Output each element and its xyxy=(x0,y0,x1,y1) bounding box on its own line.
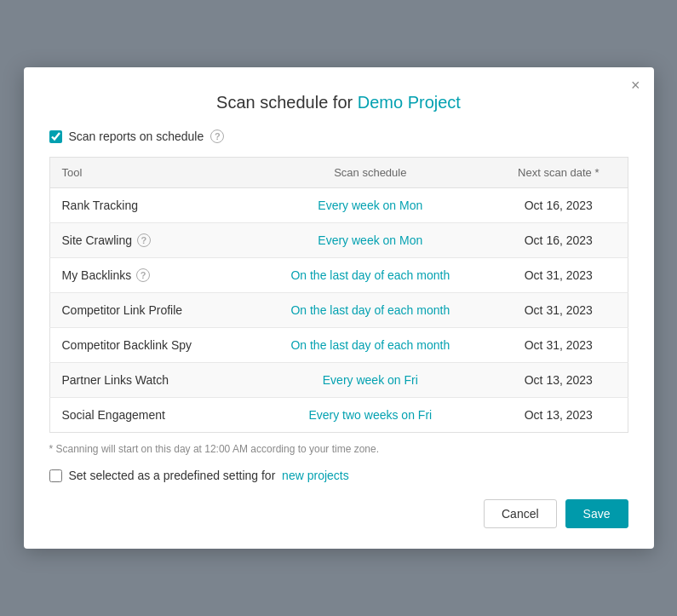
schedule-link[interactable]: Every week on Fri xyxy=(323,373,418,387)
next-date-cell: Oct 31, 2023 xyxy=(490,258,628,293)
col-tool: Tool xyxy=(49,158,251,188)
table-footnote: * Scanning will start on this day at 12:… xyxy=(49,443,628,455)
next-date-cell: Oct 31, 2023 xyxy=(490,293,628,328)
table-row: My Backlinks?On the last day of each mon… xyxy=(49,258,628,293)
predefined-checkbox[interactable] xyxy=(49,469,62,482)
schedule-cell[interactable]: On the last day of each month xyxy=(251,328,491,363)
schedule-cell[interactable]: On the last day of each month xyxy=(251,258,491,293)
schedule-link[interactable]: Every week on Mon xyxy=(318,233,422,247)
schedule-link[interactable]: Every two weeks on Fri xyxy=(308,408,432,422)
modal-footer: Cancel Save xyxy=(49,499,628,528)
tool-cell: My Backlinks? xyxy=(49,258,251,293)
schedule-cell[interactable]: Every week on Mon xyxy=(251,188,491,223)
close-button[interactable]: × xyxy=(631,78,640,93)
tool-cell: Rank Tracking xyxy=(49,188,251,223)
save-button[interactable]: Save xyxy=(565,499,628,528)
schedule-link[interactable]: On the last day of each month xyxy=(290,268,450,282)
table-row: Competitor Link ProfileOn the last day o… xyxy=(49,293,628,328)
table-header-row: Tool Scan schedule Next scan date * xyxy=(49,158,628,188)
tool-cell: Competitor Link Profile xyxy=(49,293,251,328)
tool-cell: Partner Links Watch xyxy=(49,363,251,398)
tool-cell: Site Crawling? xyxy=(49,223,251,258)
tool-help-icon[interactable]: ? xyxy=(136,268,150,282)
table-row: Rank TrackingEvery week on MonOct 16, 20… xyxy=(49,188,628,223)
schedule-cell[interactable]: Every week on Mon xyxy=(251,223,491,258)
scan-on-schedule-row: Scan reports on schedule ? xyxy=(49,130,628,143)
scan-schedule-label[interactable]: Scan reports on schedule xyxy=(69,130,204,143)
next-date-cell: Oct 16, 2023 xyxy=(490,223,628,258)
scan-schedule-checkbox[interactable] xyxy=(49,130,62,143)
table-row: Social EngagementEvery two weeks on FriO… xyxy=(49,398,628,433)
schedule-table: Tool Scan schedule Next scan date * Rank… xyxy=(49,157,628,433)
schedule-cell[interactable]: Every two weeks on Fri xyxy=(251,398,491,433)
project-name: Demo Project xyxy=(358,93,461,112)
predefined-highlight: new projects xyxy=(282,469,349,482)
tool-name: Site Crawling xyxy=(62,233,132,247)
schedule-cell[interactable]: On the last day of each month xyxy=(251,293,491,328)
next-date-cell: Oct 31, 2023 xyxy=(490,328,628,363)
tool-name: My Backlinks xyxy=(62,268,132,282)
tool-help-icon[interactable]: ? xyxy=(137,233,151,247)
schedule-link[interactable]: Every week on Mon xyxy=(318,199,422,212)
next-date-cell: Oct 13, 2023 xyxy=(490,398,628,433)
table-row: Partner Links WatchEvery week on FriOct … xyxy=(49,363,628,398)
scan-schedule-help-icon[interactable]: ? xyxy=(210,130,224,143)
next-date-cell: Oct 13, 2023 xyxy=(490,363,628,398)
predefined-setting-row: Set selected as a predefined setting for… xyxy=(49,469,628,482)
schedule-cell[interactable]: Every week on Fri xyxy=(251,363,491,398)
scan-schedule-modal: × Scan schedule for Demo Project Scan re… xyxy=(24,67,654,549)
table-row: Competitor Backlink SpyOn the last day o… xyxy=(49,328,628,363)
tool-cell: Social Engagement xyxy=(49,398,251,433)
col-scan-schedule: Scan schedule xyxy=(251,158,491,188)
table-row: Site Crawling?Every week on MonOct 16, 2… xyxy=(49,223,628,258)
modal-title: Scan schedule for Demo Project xyxy=(49,93,628,112)
next-date-cell: Oct 16, 2023 xyxy=(490,188,628,223)
predefined-label[interactable]: Set selected as a predefined setting for… xyxy=(69,469,349,482)
modal-overlay: × Scan schedule for Demo Project Scan re… xyxy=(0,0,677,616)
col-next-date: Next scan date * xyxy=(490,158,628,188)
tool-cell: Competitor Backlink Spy xyxy=(49,328,251,363)
schedule-link[interactable]: On the last day of each month xyxy=(290,338,450,352)
schedule-link[interactable]: On the last day of each month xyxy=(290,303,450,317)
predefined-label-text: Set selected as a predefined setting for xyxy=(69,469,276,482)
cancel-button[interactable]: Cancel xyxy=(484,499,557,528)
